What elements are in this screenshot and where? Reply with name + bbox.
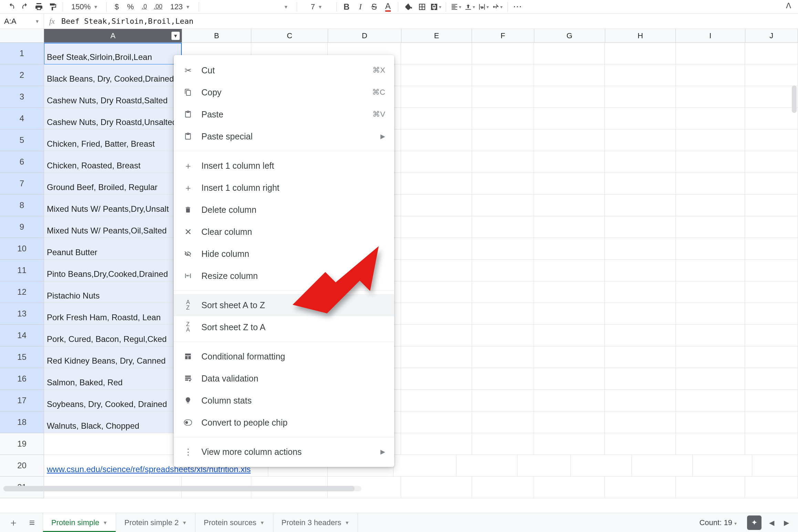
row-header-9[interactable]: 9 xyxy=(0,216,44,238)
cell-J11[interactable] xyxy=(745,260,798,281)
cell-G4[interactable] xyxy=(534,108,605,129)
cell-A10[interactable]: Peanut Butter xyxy=(44,238,182,260)
cell-G19[interactable] xyxy=(534,433,605,455)
cell-F16[interactable] xyxy=(472,368,534,390)
cell-J6[interactable] xyxy=(745,151,798,173)
decrease-decimal-button[interactable]: .0 xyxy=(138,1,150,13)
cell-F8[interactable] xyxy=(472,195,534,216)
cell-I11[interactable] xyxy=(676,260,745,281)
cell-F10[interactable] xyxy=(472,238,534,260)
menu-paste-special[interactable]: Paste special ▶ xyxy=(174,125,394,147)
font-family-dropdown[interactable]: ▼ xyxy=(203,3,293,11)
cell-H6[interactable] xyxy=(605,151,675,173)
cell-I7[interactable] xyxy=(676,173,745,195)
cell-E17[interactable] xyxy=(401,390,472,411)
cell-H20[interactable] xyxy=(632,455,693,477)
borders-button[interactable] xyxy=(416,1,428,13)
cell-I14[interactable] xyxy=(676,325,745,346)
vertical-align-button[interactable]: ▾ xyxy=(464,1,476,13)
cell-G17[interactable] xyxy=(534,390,605,411)
cell-J3[interactable] xyxy=(745,86,798,108)
cell-I6[interactable] xyxy=(676,151,745,173)
cell-J5[interactable] xyxy=(745,129,798,151)
cell-G21[interactable] xyxy=(534,477,605,498)
column-header-J[interactable]: J xyxy=(745,29,798,43)
cell-H9[interactable] xyxy=(605,216,675,238)
menu-cut[interactable]: ✂ Cut ⌘X xyxy=(174,59,394,81)
cell-E14[interactable] xyxy=(401,325,472,346)
cell-G12[interactable] xyxy=(534,281,605,303)
cell-F15[interactable] xyxy=(472,346,534,368)
cell-A3[interactable]: Cashew Nuts, Dry Roastd,Salted xyxy=(44,86,182,108)
sheet-tab[interactable]: Protein simple 2▼ xyxy=(116,513,196,532)
menu-insert-col-right[interactable]: ＋ Insert 1 column right xyxy=(174,177,394,199)
cell-J12[interactable] xyxy=(745,281,798,303)
cell-E18[interactable] xyxy=(401,411,472,433)
cell-I15[interactable] xyxy=(676,346,745,368)
redo-button[interactable] xyxy=(19,1,31,13)
row-header-16[interactable]: 16 xyxy=(0,368,44,390)
row-header-1[interactable]: 1 xyxy=(0,43,44,64)
cell-F20[interactable] xyxy=(517,455,571,477)
cell-H12[interactable] xyxy=(605,281,675,303)
menu-data-validation[interactable]: Data validation xyxy=(174,367,394,389)
cell-I16[interactable] xyxy=(676,368,745,390)
cell-D20[interactable] xyxy=(393,455,456,477)
row-header-8[interactable]: 8 xyxy=(0,195,44,216)
cell-J2[interactable] xyxy=(745,64,798,86)
cell-E9[interactable] xyxy=(401,216,472,238)
cell-G2[interactable] xyxy=(534,64,605,86)
cell-I17[interactable] xyxy=(676,390,745,411)
cell-H21[interactable] xyxy=(605,477,675,498)
cell-A6[interactable]: Chicken, Roasted, Breast xyxy=(44,151,182,173)
name-box[interactable]: A:A ▼ xyxy=(0,14,44,29)
cell-A15[interactable]: Red Kidney Beans, Dry, Canned xyxy=(44,346,182,368)
tab-scroll-left[interactable]: ◀ xyxy=(767,519,776,527)
formula-input[interactable]: Beef Steak,Sirloin,Broil,Lean xyxy=(60,17,798,25)
cell-G13[interactable] xyxy=(534,303,605,325)
cell-I3[interactable] xyxy=(676,86,745,108)
vertical-scrollbar[interactable] xyxy=(792,44,797,492)
selection-count[interactable]: Count: 19 ▾ xyxy=(694,516,742,529)
column-header-D[interactable]: D xyxy=(328,29,401,43)
cell-E21[interactable] xyxy=(401,477,472,498)
tab-scroll-right[interactable]: ▶ xyxy=(782,519,791,527)
menu-clear-column[interactable]: ✕ Clear column xyxy=(174,221,394,243)
cell-J16[interactable] xyxy=(745,368,798,390)
menu-convert-people-chip[interactable]: Convert to people chip xyxy=(174,411,394,434)
collapse-toolbar-button[interactable]: ᐱ xyxy=(786,1,791,10)
row-header-4[interactable]: 4 xyxy=(0,108,44,129)
cell-H15[interactable] xyxy=(605,346,675,368)
cell-A7[interactable]: Ground Beef, Broiled, Regular xyxy=(44,173,182,195)
cell-E12[interactable] xyxy=(401,281,472,303)
horizontal-align-button[interactable]: ▾ xyxy=(450,1,462,13)
caret-down-icon[interactable]: ▼ xyxy=(103,520,107,525)
cell-H18[interactable] xyxy=(605,411,675,433)
menu-paste[interactable]: Paste ⌘V xyxy=(174,103,394,125)
row-header-20[interactable]: 20 xyxy=(0,455,44,477)
cell-H1[interactable] xyxy=(605,43,675,64)
cell-F5[interactable] xyxy=(472,129,534,151)
cell-H2[interactable] xyxy=(605,64,675,86)
sheet-tab[interactable]: Protein sources▼ xyxy=(196,513,273,532)
cell-E4[interactable] xyxy=(401,108,472,129)
cell-J4[interactable] xyxy=(745,108,798,129)
cell-A5[interactable]: Chicken, Fried, Batter, Breast xyxy=(44,129,182,151)
currency-button[interactable]: $ xyxy=(111,1,123,13)
cell-H13[interactable] xyxy=(605,303,675,325)
cell-H10[interactable] xyxy=(605,238,675,260)
cell-E5[interactable] xyxy=(401,129,472,151)
percent-button[interactable]: % xyxy=(125,1,136,13)
cell-E7[interactable] xyxy=(401,173,472,195)
italic-button[interactable]: I xyxy=(355,1,366,13)
font-size-dropdown[interactable]: 7▼ xyxy=(301,1,332,13)
column-header-I[interactable]: I xyxy=(676,29,745,43)
cell-I19[interactable] xyxy=(676,433,745,455)
cell-E11[interactable] xyxy=(401,260,472,281)
cell-F17[interactable] xyxy=(472,390,534,411)
all-sheets-button[interactable]: ≡ xyxy=(24,515,40,531)
cell-F11[interactable] xyxy=(472,260,534,281)
cell-I20[interactable] xyxy=(693,455,752,477)
row-header-7[interactable]: 7 xyxy=(0,173,44,195)
cell-A9[interactable]: Mixed Nuts W/ Peants,Oil,Salted xyxy=(44,216,182,238)
